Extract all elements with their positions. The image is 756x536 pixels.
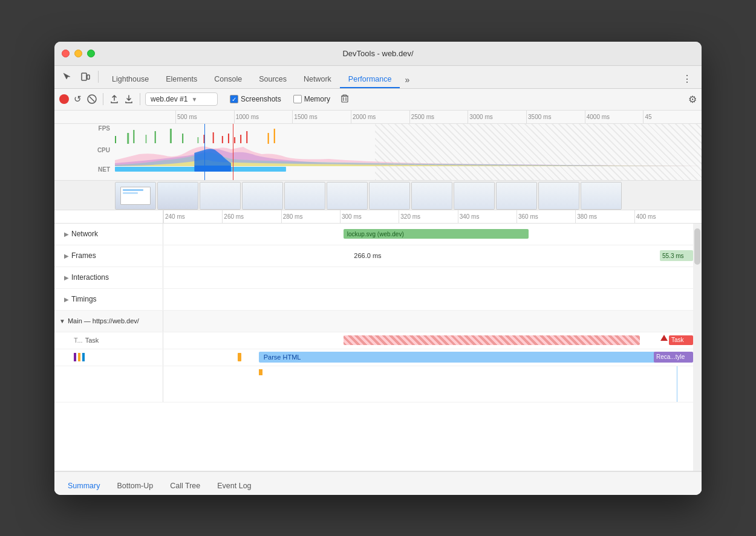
screenshot-thumb-10[interactable] — [538, 182, 579, 210]
color-block-1 — [74, 353, 76, 361]
screenshot-thumb-7[interactable] — [411, 182, 452, 210]
upload-button[interactable] — [108, 93, 120, 105]
screenshot-thumb-5[interactable] — [327, 182, 368, 210]
network-item-lockup[interactable]: lockup.svg (web.dev) — [344, 229, 529, 239]
frames-end-text: 55.3 ms — [662, 253, 684, 259]
maximize-button[interactable] — [87, 50, 95, 57]
ruler-ticks: 240 ms 260 ms 280 ms 300 ms 320 ms 340 m… — [163, 210, 693, 223]
delete-recording-button[interactable] — [340, 94, 350, 105]
inspect-icon[interactable] — [59, 69, 75, 85]
title-bar: DevTools - web.dev/ — [54, 42, 702, 66]
parse-html-bar[interactable]: Parse HTML — [259, 352, 667, 363]
screenshots-strip — [54, 180, 702, 210]
screenshot-thumb-2[interactable] — [200, 182, 241, 210]
memory-checkbox[interactable] — [293, 95, 302, 103]
tab-sources[interactable]: Sources — [250, 71, 295, 88]
interactions-expand-icon: ▶ — [64, 274, 69, 281]
task-bar-1[interactable] — [344, 335, 640, 345]
ruler-mark-1: 1000 ms — [234, 111, 293, 123]
ruler-detail-7: 380 ms — [575, 210, 634, 223]
screenshot-thumb-11[interactable] — [581, 182, 622, 210]
screenshot-thumb-0[interactable] — [115, 182, 156, 210]
network-item-label: lockup.svg (web.dev) — [347, 231, 404, 237]
ruler-detail-1: 260 ms — [222, 210, 281, 223]
tab-network[interactable]: Network — [295, 71, 340, 88]
tab-summary[interactable]: Summary — [59, 477, 108, 495]
more-tabs-button[interactable]: » — [400, 71, 414, 88]
tab-event-log[interactable]: Event Log — [209, 477, 259, 495]
screenshots-checkbox[interactable]: ✓ — [230, 95, 238, 103]
ruler-detail-8: 400 ms — [634, 210, 693, 223]
traffic-lights — [62, 50, 95, 57]
tab-lighthouse[interactable]: Lighthouse — [103, 71, 157, 88]
parse-html-row: Parse HTML Reca...tyle — [54, 349, 693, 366]
recalc-style-bar[interactable]: Reca...tyle — [654, 352, 693, 363]
main-label-text: Main — https://web.dev/ — [68, 317, 139, 325]
device-icon[interactable] — [77, 69, 93, 85]
net-label: NET — [98, 166, 110, 173]
network-expand-icon: ▶ — [64, 231, 69, 237]
scrollbar-thumb[interactable] — [694, 228, 700, 265]
frames-label-text: Frames — [71, 251, 96, 260]
network-track-content: lockup.svg (web.dev) — [163, 224, 693, 245]
tab-call-tree[interactable]: Call Tree — [161, 477, 209, 495]
main-section-label[interactable]: ▼ Main — https://web.dev/ — [54, 311, 163, 332]
main-track-header: ▼ Main — https://web.dev/ — [54, 311, 693, 332]
close-button[interactable] — [62, 50, 70, 57]
clear-button[interactable] — [86, 93, 98, 105]
record-button[interactable] — [59, 94, 69, 104]
ruler-mark-3: 2000 ms — [351, 111, 409, 123]
network-track-label[interactable]: ▶ Network — [54, 224, 163, 245]
devtools-menu-button[interactable]: ⋮ — [677, 69, 697, 88]
interactions-label-text: Interactions — [71, 273, 109, 282]
scrollbar[interactable] — [693, 224, 702, 471]
track-rows: ▶ Network lockup.svg (web.dev) — [54, 224, 693, 471]
minimize-button[interactable] — [74, 50, 82, 57]
frames-track-label[interactable]: ▶ Frames — [54, 245, 163, 266]
tab-console[interactable]: Console — [206, 71, 250, 88]
screenshot-thumb-3[interactable] — [242, 182, 283, 210]
url-selector[interactable]: web.dev #1 ▼ — [145, 92, 218, 106]
ruler-detail-6: 360 ms — [516, 210, 575, 223]
screenshot-thumb-9[interactable] — [496, 182, 537, 210]
screenshot-thumb-4[interactable] — [284, 182, 325, 210]
svg-line-3 — [90, 97, 94, 102]
tab-elements[interactable]: Elements — [157, 71, 206, 88]
memory-option: Memory — [293, 95, 330, 103]
frames-end-label: 55.3 ms — [660, 250, 693, 261]
svg-rect-1 — [87, 75, 90, 79]
url-dropdown-icon: ▼ — [191, 96, 197, 103]
timings-track: ▶ Timings — [54, 289, 693, 311]
tab-performance[interactable]: Performance — [340, 71, 400, 88]
main-section-content — [163, 311, 693, 332]
timings-track-label[interactable]: ▶ Timings — [54, 289, 163, 310]
screenshot-thumb-6[interactable] — [369, 182, 410, 210]
frames-expand-icon: ▶ — [64, 253, 69, 259]
window-title: DevTools - web.dev/ — [342, 49, 413, 58]
task-end-label-1: Task — [671, 337, 684, 343]
tab-bottom-up[interactable]: Bottom-Up — [108, 477, 161, 495]
task-row-1-prefix: T... — [74, 337, 83, 344]
task-row-1-content: Task — [163, 332, 693, 349]
side-labels: FPS CPU NET — [54, 124, 115, 180]
screenshot-thumb-8[interactable] — [454, 182, 495, 210]
hatch-overlay — [375, 124, 702, 180]
svg-rect-26 — [194, 166, 231, 172]
track-container: ▶ Network lockup.svg (web.dev) — [54, 224, 702, 471]
svg-rect-24 — [274, 129, 275, 143]
ruler-mark-5: 3000 ms — [468, 111, 526, 123]
svg-rect-4 — [342, 96, 348, 102]
task-warning-icon — [660, 335, 668, 341]
svg-rect-13 — [170, 129, 172, 143]
frames-time-label: 266.0 ms — [354, 252, 381, 259]
download-button[interactable] — [123, 93, 135, 105]
screenshot-thumb-1[interactable] — [157, 182, 198, 210]
task-row-1-label: T... Task — [54, 332, 163, 349]
network-label-text: Network — [71, 230, 98, 238]
ruler-mark-4: 2500 ms — [409, 111, 468, 123]
toolbar: Lighthouse Elements Console Sources Netw… — [54, 66, 702, 89]
task-row-1: T... Task Task — [54, 332, 693, 349]
settings-button[interactable]: ⚙ — [688, 94, 697, 105]
reload-button[interactable]: ↺ — [71, 93, 83, 105]
interactions-track-label[interactable]: ▶ Interactions — [54, 267, 163, 288]
